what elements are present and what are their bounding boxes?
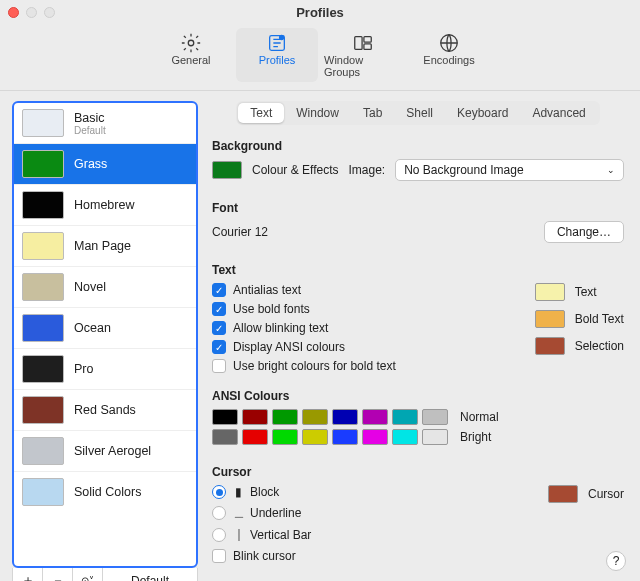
profile-thumb xyxy=(22,150,64,178)
tab-keyboard[interactable]: Keyboard xyxy=(445,103,520,123)
cursor-section-label: Cursor xyxy=(212,465,624,479)
profile-item[interactable]: BasicDefault xyxy=(14,103,196,144)
ansi-color-swatch[interactable] xyxy=(302,429,328,445)
text-option-checkbox[interactable]: ✓ xyxy=(212,302,226,316)
tab-window[interactable]: Window xyxy=(284,103,351,123)
settings-tabs: TextWindowTabShellKeyboardAdvanced xyxy=(236,101,600,125)
ansi-color-swatch[interactable] xyxy=(392,409,418,425)
cursor-shape-radio[interactable] xyxy=(212,506,226,520)
ansi-color-swatch[interactable] xyxy=(422,429,448,445)
remove-profile-button[interactable]: － xyxy=(43,568,73,581)
profile-item[interactable]: Man Page xyxy=(14,226,196,267)
profile-settings-panel: TextWindowTabShellKeyboardAdvanced Backg… xyxy=(212,101,628,581)
toolbar-encodings[interactable]: Encodings xyxy=(408,28,490,82)
ansi-color-swatch[interactable] xyxy=(212,429,238,445)
ansi-color-swatch[interactable] xyxy=(392,429,418,445)
window-title: Profiles xyxy=(0,5,640,20)
svg-rect-5 xyxy=(364,44,371,49)
ansi-color-swatch[interactable] xyxy=(242,409,268,425)
ansi-color-swatch[interactable] xyxy=(362,429,388,445)
blink-cursor-checkbox[interactable] xyxy=(212,549,226,563)
preferences-toolbar: GeneralProfilesWindow GroupsEncodings xyxy=(0,24,640,91)
profile-thumb xyxy=(22,273,64,301)
tab-shell[interactable]: Shell xyxy=(394,103,445,123)
profile-thumb xyxy=(22,396,64,424)
tab-text[interactable]: Text xyxy=(238,103,284,123)
profile-thumb xyxy=(22,478,64,506)
text-section-label: Text xyxy=(212,263,624,277)
window-close-button[interactable] xyxy=(8,7,19,18)
text-option-checkbox[interactable] xyxy=(212,359,226,373)
ansi-color-swatch[interactable] xyxy=(332,429,358,445)
profile-item[interactable]: Ocean xyxy=(14,308,196,349)
font-value: Courier 12 xyxy=(212,225,268,239)
ansi-color-swatch[interactable] xyxy=(302,409,328,425)
ansi-color-swatch[interactable] xyxy=(332,409,358,425)
blink-cursor-label: Blink cursor xyxy=(233,549,296,563)
font-section-label: Font xyxy=(212,201,624,215)
chevron-updown-icon: ⌄ xyxy=(607,165,615,175)
cursor-swatch-label: Cursor xyxy=(588,487,624,501)
profile-thumb xyxy=(22,355,64,383)
cursor-color-swatch[interactable] xyxy=(548,485,578,503)
toolbar-general[interactable]: General xyxy=(150,28,232,82)
toolbar-window-groups[interactable]: Window Groups xyxy=(322,28,404,82)
profile-item[interactable]: Solid Colors xyxy=(14,472,196,512)
sidebar-footer: ＋ － ⊙˅ Default xyxy=(12,568,198,581)
tab-advanced[interactable]: Advanced xyxy=(520,103,597,123)
profile-item[interactable]: Homebrew xyxy=(14,185,196,226)
cursor-shape-radio[interactable] xyxy=(212,485,226,499)
text-color-swatch[interactable] xyxy=(535,283,565,301)
text-option-checkbox[interactable]: ✓ xyxy=(212,283,226,297)
text-option-checkbox[interactable]: ✓ xyxy=(212,321,226,335)
profile-thumb xyxy=(22,191,64,219)
profile-list[interactable]: BasicDefaultGrassHomebrewMan PageNovelOc… xyxy=(12,101,198,568)
tab-tab[interactable]: Tab xyxy=(351,103,394,123)
profile-item[interactable]: Pro xyxy=(14,349,196,390)
background-effects-label: Colour & Effects xyxy=(252,163,338,177)
window-zoom-button[interactable] xyxy=(44,7,55,18)
cursor-shape-radio[interactable] xyxy=(212,528,226,542)
text-option-checkbox[interactable]: ✓ xyxy=(212,340,226,354)
profile-item[interactable]: Novel xyxy=(14,267,196,308)
profile-item[interactable]: Grass xyxy=(14,144,196,185)
help-button[interactable]: ? xyxy=(606,551,626,571)
profile-item[interactable]: Red Sands xyxy=(14,390,196,431)
profile-actions-menu[interactable]: ⊙˅ xyxy=(73,568,103,581)
ansi-color-swatch[interactable] xyxy=(212,409,238,425)
background-image-label: Image: xyxy=(348,163,385,177)
profile-item[interactable]: Silver Aerogel xyxy=(14,431,196,472)
profile-thumb xyxy=(22,437,64,465)
background-image-select[interactable]: No Background Image ⌄ xyxy=(395,159,624,181)
svg-rect-4 xyxy=(364,37,371,43)
window-minimize-button[interactable] xyxy=(26,7,37,18)
ansi-color-swatch[interactable] xyxy=(272,409,298,425)
text-color-swatch[interactable] xyxy=(535,337,565,355)
toolbar-profiles[interactable]: Profiles xyxy=(236,28,318,82)
ansi-color-swatch[interactable] xyxy=(272,429,298,445)
text-color-swatch[interactable] xyxy=(535,310,565,328)
profile-thumb xyxy=(22,109,64,137)
svg-rect-3 xyxy=(355,37,362,50)
ansi-color-swatch[interactable] xyxy=(242,429,268,445)
svg-point-2 xyxy=(280,35,284,39)
ansi-color-swatch[interactable] xyxy=(422,409,448,425)
profiles-sidebar: BasicDefaultGrassHomebrewMan PageNovelOc… xyxy=(12,101,198,581)
add-profile-button[interactable]: ＋ xyxy=(13,568,43,581)
ansi-section-label: ANSI Colours xyxy=(212,389,624,403)
profile-thumb xyxy=(22,232,64,260)
profile-thumb xyxy=(22,314,64,342)
background-color-swatch[interactable] xyxy=(212,161,242,179)
ansi-color-swatch[interactable] xyxy=(362,409,388,425)
change-font-button[interactable]: Change… xyxy=(544,221,624,243)
set-default-button[interactable]: Default xyxy=(103,568,197,581)
background-section-label: Background xyxy=(212,139,624,153)
svg-point-0 xyxy=(188,40,194,46)
